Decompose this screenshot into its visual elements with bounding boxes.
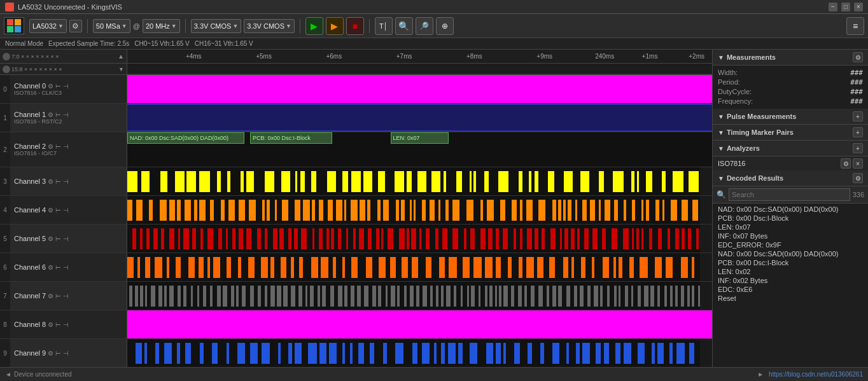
channels-container: 0 Channel 0 ⚙ ⊢ ⊣ ISO7816 - CLK/C3	[0, 75, 712, 367]
ch-icon2-8[interactable]: ⊣	[63, 321, 69, 328]
ch-icon2-4[interactable]: ⊣	[63, 207, 69, 214]
at-label: @	[133, 22, 140, 30]
frequency-select[interactable]: 20 MHz ▼	[143, 19, 180, 33]
timing-section-header[interactable]: ▼ Timing Marker Pairs +	[713, 125, 868, 141]
analyzer-close-btn[interactable]: ×	[853, 158, 863, 169]
scroll-left-btn[interactable]: ◄	[5, 371, 11, 378]
time-marker-5ms: +5ms	[256, 53, 272, 60]
menu-button[interactable]: ≡	[846, 17, 864, 35]
ch-gear-0[interactable]: ⚙	[48, 83, 53, 90]
device-select[interactable]: LA5032 ▼	[29, 19, 67, 33]
search-input[interactable]	[729, 188, 850, 201]
ch-icon1-5[interactable]: ⊢	[55, 235, 61, 242]
ch-icon1-7[interactable]: ⊢	[55, 293, 61, 300]
voltage1-select[interactable]: 3.3V CMOS ▼	[191, 19, 242, 33]
close-button[interactable]: ×	[854, 3, 863, 11]
decoded-item-8[interactable]: INF: 0x02 Bytes	[713, 276, 868, 285]
window-title: LA5032 Unconnected - KingstVIS	[18, 3, 122, 11]
measurements-chevron: ▼	[718, 54, 724, 61]
decoded-chevron: ▼	[718, 175, 724, 182]
ch-sub-2: ISO7816 - IO/C7	[14, 150, 124, 156]
ch-num-8: 8	[0, 310, 10, 338]
meas-period-label: Period:	[718, 78, 740, 87]
decoded-item-4[interactable]: EDC_ERROR: 0x9F	[713, 240, 868, 249]
time-marker-9ms: +9ms	[536, 53, 552, 60]
ch-icon1-4[interactable]: ⊢	[55, 207, 61, 214]
minimize-button[interactable]: −	[829, 3, 837, 11]
channel-label-1: 1 Channel 1 ⚙ ⊢ ⊣ ISO7816 - RST/C2	[0, 104, 127, 132]
title-bar: LA5032 Unconnected - KingstVIS − □ ×	[0, 0, 868, 14]
ch-icon2-6[interactable]: ⊣	[63, 264, 69, 271]
ch-icon1-9[interactable]: ⊢	[55, 350, 61, 357]
run-single-button[interactable]: ▶	[326, 17, 344, 35]
time-marker-2ms: +2ms	[689, 53, 704, 60]
analyzer-settings-btn[interactable]: ⚙	[841, 158, 851, 169]
ch-gear-1[interactable]: ⚙	[48, 111, 53, 118]
ch-gear-2[interactable]: ⚙	[48, 143, 53, 150]
ch-icon1-1[interactable]: ⊢	[55, 111, 61, 118]
zoom-out-button[interactable]: 🔎	[416, 17, 433, 35]
channel-data-0	[127, 75, 712, 103]
ch-icon1-6[interactable]: ⊢	[55, 264, 61, 271]
decoded-settings-btn[interactable]: ⚙	[853, 173, 863, 183]
decoded-item-6[interactable]: PCB: 0x00 Dsc:I-Block	[713, 258, 868, 267]
channel-label-2: 2 Channel 2 ⚙ ⊢ ⊣ ISO7816 - IO/C7	[0, 132, 127, 167]
decoded-item-7[interactable]: LEN: 0x02	[713, 267, 868, 276]
pulse-add-btn[interactable]: +	[853, 111, 863, 121]
decoded-item-1[interactable]: PCB: 0x00 Dsc:I-Block	[713, 214, 868, 223]
measurements-settings-btn[interactable]: ⚙	[853, 52, 863, 62]
device-gear[interactable]: ⚙	[69, 20, 82, 32]
ch-icon1-0[interactable]: ⊢	[55, 83, 61, 90]
ch-gear-6[interactable]: ⚙	[48, 264, 53, 271]
ch-gear-3[interactable]: ⚙	[48, 178, 53, 185]
decoded-item-0[interactable]: NAD: 0x00 Dsc:SAD(0x00) DAD(0x00)	[713, 205, 868, 214]
measurements-section-header[interactable]: ▼ Measurements ⚙	[713, 50, 868, 66]
channel-label-0: 0 Channel 0 ⚙ ⊢ ⊣ ISO7816 - CLK/C3	[0, 75, 127, 103]
ch-gear-9[interactable]: ⚙	[48, 350, 53, 357]
app-icon	[5, 3, 14, 11]
ch-icon2-7[interactable]: ⊣	[63, 293, 69, 300]
ch-gear-7[interactable]: ⚙	[48, 293, 53, 300]
ch-gear-5[interactable]: ⚙	[48, 235, 53, 242]
stop-button[interactable]: ■	[346, 17, 364, 35]
decoded-item-9[interactable]: EDC: 0xE6	[713, 285, 868, 294]
voltage2-select[interactable]: 3.3V CMOS ▼	[244, 19, 295, 33]
scroll-up[interactable]: ▲	[118, 53, 124, 60]
channel-data-8	[127, 310, 712, 338]
ch-icon2-5[interactable]: ⊣	[63, 235, 69, 242]
text-view-button[interactable]: T│	[375, 17, 393, 35]
sample-rate-select[interactable]: 50 MSa ▼	[93, 19, 130, 33]
meas-dutycycle-label: DutyCycle:	[718, 88, 752, 96]
timing-add-btn[interactable]: +	[853, 127, 863, 137]
analyzers-add-btn[interactable]: +	[853, 143, 863, 153]
ch-icon2-3[interactable]: ⊣	[63, 178, 69, 185]
decoded-section-header[interactable]: ▼ Decoded Results ⚙	[713, 170, 868, 186]
zoom-in-button[interactable]: 🔍	[395, 17, 413, 35]
channel-data-1	[127, 104, 712, 132]
timing-chevron: ▼	[718, 129, 724, 136]
info-bar: Normal Mode Expected Sample Time: 2.5s C…	[0, 38, 868, 50]
ch-num-1: 1	[0, 104, 10, 132]
ch-gear-8[interactable]: ⚙	[48, 321, 53, 328]
scroll-right-btn[interactable]: ►	[757, 371, 764, 378]
scroll-down[interactable]: ▼	[118, 66, 124, 73]
decoded-item-10[interactable]: Reset	[713, 294, 868, 303]
decoded-item-5[interactable]: NAD: 0x00 Dsc:SAD(0x00) DAD(0x00)	[713, 249, 868, 258]
decoded-item-2[interactable]: LEN: 0x07	[713, 223, 868, 232]
decoded-item-3[interactable]: INF: 0x07 Bytes	[713, 232, 868, 240]
ch-gear-4[interactable]: ⚙	[48, 207, 53, 214]
ch-icon2-2[interactable]: ⊣	[63, 143, 69, 150]
ch-icon2-1[interactable]: ⊣	[63, 111, 69, 118]
maximize-button[interactable]: □	[841, 3, 850, 11]
ch-icon1-8[interactable]: ⊢	[55, 321, 61, 328]
ch-name-1: Channel 1	[14, 111, 46, 118]
ch-icon2-9[interactable]: ⊣	[63, 350, 69, 357]
ch-icon1-2[interactable]: ⊢	[55, 143, 61, 150]
pulse-section-header[interactable]: ▼ Pulse Measurements +	[713, 109, 868, 125]
run-button[interactable]: ▶	[305, 17, 323, 35]
ch-icon2-0[interactable]: ⊣	[63, 83, 69, 90]
zoom-fit-button[interactable]: ⊕	[436, 17, 454, 35]
channel-data-4	[127, 196, 712, 224]
ch-icon1-3[interactable]: ⊢	[55, 178, 61, 185]
analyzers-section-header[interactable]: ▼ Analyzers +	[713, 141, 868, 156]
